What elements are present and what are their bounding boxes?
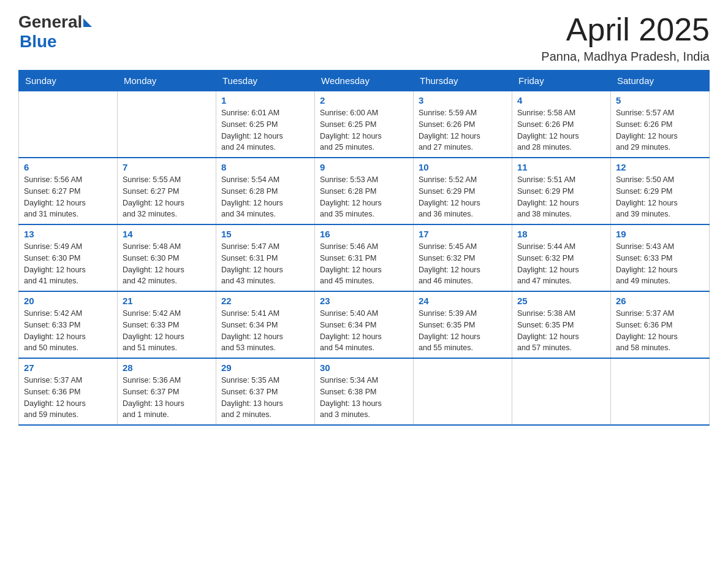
page-header: General Blue April 2025 Panna, Madhya Pr… bbox=[18, 12, 710, 64]
calendar-table: SundayMondayTuesdayWednesdayThursdayFrid… bbox=[18, 70, 710, 426]
calendar-cell-week5-day3: 29Sunrise: 5:35 AM Sunset: 6:37 PM Dayli… bbox=[216, 358, 315, 425]
day-number: 16 bbox=[320, 229, 408, 239]
calendar-cell-week5-day6 bbox=[512, 358, 611, 425]
calendar-cell-week4-day2: 21Sunrise: 5:42 AM Sunset: 6:33 PM Dayli… bbox=[118, 291, 216, 358]
weekday-header-wednesday: Wednesday bbox=[315, 71, 414, 91]
day-info: Sunrise: 5:41 AM Sunset: 6:34 PM Dayligh… bbox=[221, 308, 309, 354]
calendar-cell-week5-day7 bbox=[611, 358, 710, 425]
calendar-cell-week4-day6: 25Sunrise: 5:38 AM Sunset: 6:35 PM Dayli… bbox=[512, 291, 611, 358]
day-number: 15 bbox=[221, 229, 309, 239]
day-number: 22 bbox=[221, 296, 309, 306]
calendar-cell-week3-day5: 17Sunrise: 5:45 AM Sunset: 6:32 PM Dayli… bbox=[414, 224, 512, 291]
calendar-cell-week3-day6: 18Sunrise: 5:44 AM Sunset: 6:32 PM Dayli… bbox=[512, 224, 611, 291]
day-number: 2 bbox=[320, 95, 408, 105]
month-title: April 2025 bbox=[541, 12, 710, 47]
calendar-cell-week4-day3: 22Sunrise: 5:41 AM Sunset: 6:34 PM Dayli… bbox=[216, 291, 315, 358]
weekday-header-friday: Friday bbox=[512, 71, 611, 91]
day-number: 26 bbox=[616, 296, 704, 306]
calendar-cell-week2-day6: 11Sunrise: 5:51 AM Sunset: 6:29 PM Dayli… bbox=[512, 158, 611, 224]
calendar-cell-week2-day3: 8Sunrise: 5:54 AM Sunset: 6:28 PM Daylig… bbox=[216, 158, 315, 224]
day-number: 11 bbox=[517, 162, 605, 172]
day-info: Sunrise: 5:43 AM Sunset: 6:33 PM Dayligh… bbox=[616, 241, 704, 287]
day-number: 7 bbox=[123, 162, 211, 172]
day-info: Sunrise: 5:54 AM Sunset: 6:28 PM Dayligh… bbox=[221, 174, 309, 220]
day-number: 25 bbox=[517, 296, 605, 306]
calendar-cell-week3-day7: 19Sunrise: 5:43 AM Sunset: 6:33 PM Dayli… bbox=[611, 224, 710, 291]
day-info: Sunrise: 5:48 AM Sunset: 6:30 PM Dayligh… bbox=[123, 241, 211, 287]
calendar-body: 1Sunrise: 6:01 AM Sunset: 6:25 PM Daylig… bbox=[19, 91, 710, 426]
day-info: Sunrise: 5:59 AM Sunset: 6:26 PM Dayligh… bbox=[419, 107, 507, 153]
day-number: 29 bbox=[221, 362, 309, 373]
calendar-cell-week4-day7: 26Sunrise: 5:37 AM Sunset: 6:36 PM Dayli… bbox=[611, 291, 710, 358]
day-info: Sunrise: 5:37 AM Sunset: 6:36 PM Dayligh… bbox=[616, 308, 704, 354]
calendar-cell-week3-day1: 13Sunrise: 5:49 AM Sunset: 6:30 PM Dayli… bbox=[19, 224, 118, 291]
calendar-week-1: 1Sunrise: 6:01 AM Sunset: 6:25 PM Daylig… bbox=[19, 91, 710, 158]
day-info: Sunrise: 5:55 AM Sunset: 6:27 PM Dayligh… bbox=[123, 174, 211, 220]
calendar-cell-week3-day2: 14Sunrise: 5:48 AM Sunset: 6:30 PM Dayli… bbox=[118, 224, 216, 291]
day-number: 9 bbox=[320, 162, 408, 172]
calendar-cell-week1-day1 bbox=[19, 91, 118, 158]
day-number: 28 bbox=[123, 362, 211, 373]
day-number: 27 bbox=[24, 362, 112, 373]
calendar-cell-week2-day7: 12Sunrise: 5:50 AM Sunset: 6:29 PM Dayli… bbox=[611, 158, 710, 224]
location-title: Panna, Madhya Pradesh, India bbox=[541, 50, 710, 64]
calendar-cell-week4-day1: 20Sunrise: 5:42 AM Sunset: 6:33 PM Dayli… bbox=[19, 291, 118, 358]
calendar-cell-week4-day4: 23Sunrise: 5:40 AM Sunset: 6:34 PM Dayli… bbox=[315, 291, 414, 358]
day-info: Sunrise: 5:37 AM Sunset: 6:36 PM Dayligh… bbox=[24, 375, 112, 421]
day-info: Sunrise: 5:40 AM Sunset: 6:34 PM Dayligh… bbox=[320, 308, 408, 354]
calendar-header: SundayMondayTuesdayWednesdayThursdayFrid… bbox=[19, 71, 710, 91]
day-number: 12 bbox=[616, 162, 704, 172]
calendar-week-5: 27Sunrise: 5:37 AM Sunset: 6:36 PM Dayli… bbox=[19, 358, 710, 425]
day-info: Sunrise: 5:45 AM Sunset: 6:32 PM Dayligh… bbox=[419, 241, 507, 287]
calendar-week-3: 13Sunrise: 5:49 AM Sunset: 6:30 PM Dayli… bbox=[19, 224, 710, 291]
calendar-cell-week1-day5: 3Sunrise: 5:59 AM Sunset: 6:26 PM Daylig… bbox=[414, 91, 512, 158]
day-number: 4 bbox=[517, 95, 605, 105]
day-info: Sunrise: 5:58 AM Sunset: 6:26 PM Dayligh… bbox=[517, 107, 605, 153]
logo-blue-text: Blue bbox=[20, 32, 57, 51]
calendar-cell-week1-day4: 2Sunrise: 6:00 AM Sunset: 6:25 PM Daylig… bbox=[315, 91, 414, 158]
calendar-cell-week4-day5: 24Sunrise: 5:39 AM Sunset: 6:35 PM Dayli… bbox=[414, 291, 512, 358]
day-info: Sunrise: 5:36 AM Sunset: 6:37 PM Dayligh… bbox=[123, 375, 211, 421]
calendar-cell-week2-day5: 10Sunrise: 5:52 AM Sunset: 6:29 PM Dayli… bbox=[414, 158, 512, 224]
day-info: Sunrise: 5:53 AM Sunset: 6:28 PM Dayligh… bbox=[320, 174, 408, 220]
calendar-cell-week1-day3: 1Sunrise: 6:01 AM Sunset: 6:25 PM Daylig… bbox=[216, 91, 315, 158]
day-info: Sunrise: 5:46 AM Sunset: 6:31 PM Dayligh… bbox=[320, 241, 408, 287]
weekday-header-sunday: Sunday bbox=[19, 71, 118, 91]
logo: General Blue bbox=[18, 12, 92, 52]
day-number: 13 bbox=[24, 229, 112, 239]
calendar-cell-week5-day1: 27Sunrise: 5:37 AM Sunset: 6:36 PM Dayli… bbox=[19, 358, 118, 425]
calendar-cell-week2-day4: 9Sunrise: 5:53 AM Sunset: 6:28 PM Daylig… bbox=[315, 158, 414, 224]
day-number: 1 bbox=[221, 95, 309, 105]
day-number: 10 bbox=[419, 162, 507, 172]
weekday-header-row: SundayMondayTuesdayWednesdayThursdayFrid… bbox=[19, 71, 710, 91]
day-number: 6 bbox=[24, 162, 112, 172]
day-info: Sunrise: 5:49 AM Sunset: 6:30 PM Dayligh… bbox=[24, 241, 112, 287]
calendar-cell-week2-day2: 7Sunrise: 5:55 AM Sunset: 6:27 PM Daylig… bbox=[118, 158, 216, 224]
day-info: Sunrise: 5:56 AM Sunset: 6:27 PM Dayligh… bbox=[24, 174, 112, 220]
day-number: 8 bbox=[221, 162, 309, 172]
day-info: Sunrise: 5:42 AM Sunset: 6:33 PM Dayligh… bbox=[24, 308, 112, 354]
day-number: 17 bbox=[419, 229, 507, 239]
day-number: 3 bbox=[419, 95, 507, 105]
day-number: 23 bbox=[320, 296, 408, 306]
day-info: Sunrise: 5:51 AM Sunset: 6:29 PM Dayligh… bbox=[517, 174, 605, 220]
calendar-cell-week1-day6: 4Sunrise: 5:58 AM Sunset: 6:26 PM Daylig… bbox=[512, 91, 611, 158]
day-number: 30 bbox=[320, 362, 408, 373]
weekday-header-thursday: Thursday bbox=[414, 71, 512, 91]
day-info: Sunrise: 5:52 AM Sunset: 6:29 PM Dayligh… bbox=[419, 174, 507, 220]
day-number: 21 bbox=[123, 296, 211, 306]
logo-general-text: General bbox=[18, 12, 82, 32]
day-info: Sunrise: 5:34 AM Sunset: 6:38 PM Dayligh… bbox=[320, 375, 408, 421]
day-info: Sunrise: 5:42 AM Sunset: 6:33 PM Dayligh… bbox=[123, 308, 211, 354]
day-info: Sunrise: 5:38 AM Sunset: 6:35 PM Dayligh… bbox=[517, 308, 605, 354]
day-number: 5 bbox=[616, 95, 704, 105]
day-info: Sunrise: 5:47 AM Sunset: 6:31 PM Dayligh… bbox=[221, 241, 309, 287]
day-number: 14 bbox=[123, 229, 211, 239]
day-info: Sunrise: 6:01 AM Sunset: 6:25 PM Dayligh… bbox=[221, 107, 309, 153]
day-info: Sunrise: 5:44 AM Sunset: 6:32 PM Dayligh… bbox=[517, 241, 605, 287]
weekday-header-saturday: Saturday bbox=[611, 71, 710, 91]
calendar-week-4: 20Sunrise: 5:42 AM Sunset: 6:33 PM Dayli… bbox=[19, 291, 710, 358]
day-number: 24 bbox=[419, 296, 507, 306]
logo-triangle-icon bbox=[83, 18, 92, 27]
calendar-cell-week2-day1: 6Sunrise: 5:56 AM Sunset: 6:27 PM Daylig… bbox=[19, 158, 118, 224]
